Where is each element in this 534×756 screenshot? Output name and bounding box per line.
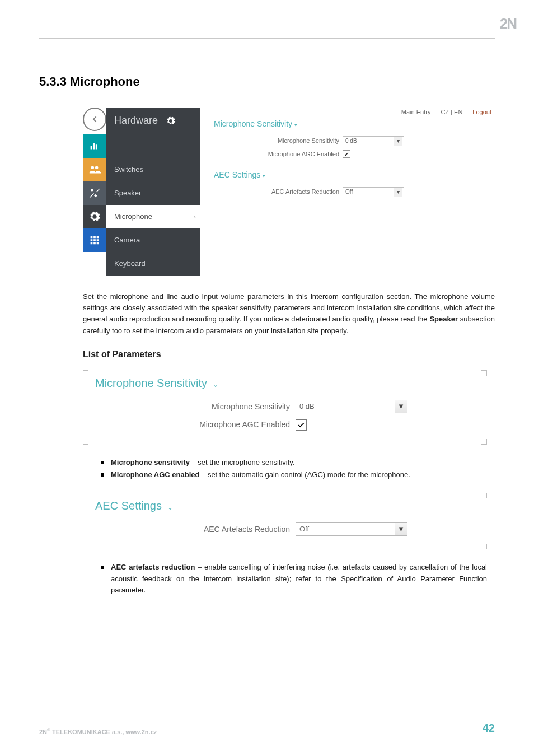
mic-sensitivity-select[interactable]: 0 dB ▾	[343, 136, 404, 146]
chevron-down-icon: ⌄	[167, 503, 173, 511]
brand-logo: 2N	[500, 12, 516, 35]
sidebar-item-speaker[interactable]: Speaker	[106, 181, 200, 205]
footer-brand: 2N	[39, 729, 47, 735]
corner-icon	[83, 439, 88, 445]
group-aec: AEC Settings ▾ AEC Artefacts Reduction O…	[214, 169, 495, 197]
nav-item-apps[interactable]	[83, 228, 106, 252]
panel-title-text: Microphone Sensitivity	[95, 377, 207, 389]
content-area: Main Entry CZ | EN Logout Microphone Sen…	[200, 108, 495, 276]
group-title-text: Microphone Sensitivity	[214, 119, 292, 128]
intro-paragraph: Set the microphone and line audio input …	[83, 291, 495, 337]
back-button[interactable]	[83, 108, 106, 131]
caret-down-icon: ▼	[395, 523, 407, 535]
gear-icon	[88, 211, 101, 223]
group-mic-sensitivity: Microphone Sensitivity ▾ Microphone Sens…	[214, 118, 495, 159]
mic-agc-checkbox[interactable]: ✔	[343, 150, 350, 158]
panel-title[interactable]: AEC Settings ⌄	[83, 497, 487, 515]
topbar: Main Entry CZ | EN Logout	[214, 108, 495, 117]
panel-title[interactable]: Microphone Sensitivity ⌄	[83, 375, 487, 392]
row-mic-sensitivity: Microphone Sensitivity 0 dB ▾	[214, 136, 495, 146]
bullet-rest: – set the microphone sensitivity.	[190, 458, 295, 466]
sidebar-title-hardware[interactable]: Hardware	[106, 108, 200, 134]
check-icon	[297, 421, 305, 429]
sidebar: Hardware Switches Speaker Microphone › C…	[106, 108, 200, 276]
bullet-list-1: Microphone sensitivity – set the microph…	[101, 457, 487, 480]
label: AEC Artefacts Reduction	[214, 187, 343, 197]
mic-agc-checkbox[interactable]	[296, 419, 307, 431]
grid-icon	[88, 234, 101, 246]
control: ✔	[343, 150, 350, 158]
chevron-right-icon: ›	[194, 212, 196, 222]
logout-link[interactable]: Logout	[472, 108, 491, 117]
row-mic-agc: Microphone AGC Enabled	[83, 419, 487, 431]
nav-item-status[interactable]	[83, 134, 106, 158]
caret-down-icon: ▼	[395, 400, 407, 413]
bars-icon	[88, 140, 101, 152]
footer-company: TELEKOMUNIKACE a.s., www.2n.cz	[50, 729, 157, 735]
header-rule	[39, 38, 495, 39]
corner-icon	[481, 544, 487, 549]
row-mic-sensitivity: Microphone Sensitivity 0 dB ▼	[83, 400, 487, 413]
group-title[interactable]: AEC Settings ▾	[214, 169, 495, 181]
nav-item-tools[interactable]	[83, 181, 106, 205]
heading-rule	[39, 94, 495, 94]
select-value: 0 dB	[299, 401, 315, 412]
corner-icon	[481, 370, 487, 376]
nav-item-hardware[interactable]	[83, 205, 106, 228]
label: Microphone Sensitivity	[214, 136, 343, 146]
select-value: 0 dB	[345, 137, 357, 146]
sidebar-item-camera[interactable]: Camera	[106, 228, 200, 252]
bullet-bold: AEC artefacts reduction	[111, 563, 195, 571]
panel-aec: AEC Settings ⌄ AEC Artefacts Reduction O…	[83, 493, 487, 549]
sidebar-item-switches[interactable]: Switches	[106, 158, 200, 181]
caret-down-icon: ▾	[394, 137, 402, 146]
bullet-rest: – set the automatic gain control (AGC) m…	[199, 470, 410, 479]
panel-mic-sensitivity: Microphone Sensitivity ⌄ Microphone Sens…	[83, 370, 487, 445]
gear-icon	[166, 116, 176, 126]
users-icon	[88, 164, 101, 176]
sidebar-item-microphone[interactable]: Microphone ›	[106, 205, 200, 228]
sidebar-spacer	[106, 134, 200, 158]
row-aec-artefacts: AEC Artefacts Reduction Off ▼	[83, 522, 487, 536]
group-title-text: AEC Settings	[214, 170, 260, 179]
topbar-device: Main Entry	[401, 108, 431, 117]
corner-icon	[83, 370, 88, 376]
bullet-bold: Microphone sensitivity	[111, 458, 190, 466]
label: AEC Artefacts Reduction	[83, 524, 296, 536]
screenshot: Hardware Switches Speaker Microphone › C…	[83, 108, 495, 276]
footer: 2N® TELEKOMUNIKACE a.s., www.2n.cz 42	[39, 716, 495, 737]
topbar-lang[interactable]: CZ | EN	[441, 108, 462, 117]
screenshot-inner: Hardware Switches Speaker Microphone › C…	[83, 108, 495, 276]
list-item: AEC artefacts reduction – enable cancell…	[101, 562, 487, 595]
mic-sensitivity-select[interactable]: 0 dB ▼	[296, 400, 407, 413]
corner-icon	[481, 493, 487, 498]
sidebar-item-label: Microphone	[114, 211, 152, 222]
bullet-bold: Microphone AGC enabled	[111, 470, 199, 479]
label: Microphone AGC Enabled	[214, 150, 343, 159]
arrow-left-icon	[90, 115, 99, 124]
control: 0 dB ▾	[343, 136, 404, 146]
corner-icon	[83, 493, 88, 498]
panel-title-text: AEC Settings	[95, 500, 162, 512]
sidebar-title-label: Hardware	[114, 113, 158, 129]
sidebar-item-keyboard[interactable]: Keyboard	[106, 252, 200, 276]
aec-artefacts-select[interactable]: Off ▼	[296, 522, 407, 536]
select-value: Off	[299, 524, 309, 535]
tools-icon	[88, 187, 101, 199]
subheading: List of Parameters	[83, 348, 495, 362]
select-value: Off	[345, 188, 353, 197]
chevron-down-icon: ▾	[263, 173, 265, 179]
aec-artefacts-select[interactable]: Off ▾	[343, 187, 404, 197]
nav-item-directory[interactable]	[83, 158, 106, 181]
page: 2N 5.3.3 Microphone	[0, 0, 534, 756]
corner-icon	[83, 544, 88, 549]
row-aec-artefacts: AEC Artefacts Reduction Off ▾	[214, 187, 495, 197]
label: Microphone Sensitivity	[83, 401, 296, 413]
chevron-down-icon: ▾	[294, 122, 297, 128]
list-item: Microphone AGC enabled – set the automat…	[101, 469, 487, 480]
para-bold: Speaker	[429, 315, 458, 323]
chevron-down-icon: ⌄	[213, 381, 218, 389]
label: Microphone AGC Enabled	[83, 419, 296, 431]
group-title[interactable]: Microphone Sensitivity ▾	[214, 118, 495, 130]
list-item: Microphone sensitivity – set the microph…	[101, 457, 487, 468]
